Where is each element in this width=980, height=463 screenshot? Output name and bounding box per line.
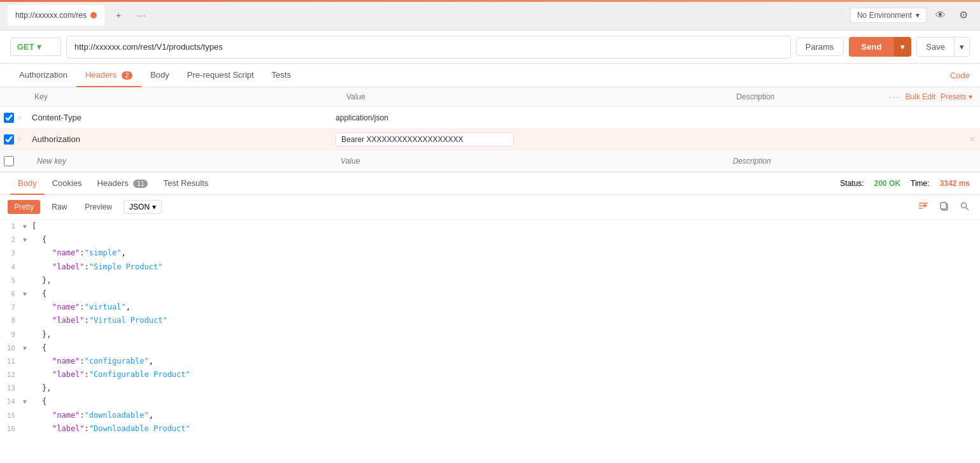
- row2-drag-handle: ≡: [18, 136, 25, 143]
- col-header-key: Key: [28, 87, 340, 106]
- env-selector-area: No Environment ▾ 👁 ⚙: [850, 6, 972, 24]
- row1-value: [329, 113, 721, 122]
- row2-checkbox[interactable]: [4, 134, 14, 145]
- header-new-row: [0, 150, 980, 172]
- headers-badge: 2: [122, 71, 133, 80]
- more-options-button[interactable]: ···: [889, 92, 900, 102]
- json-line-8: 8 "label": "Virtual Product": [0, 314, 980, 327]
- newrow-checkbox[interactable]: [4, 156, 14, 166]
- method-dropdown[interactable]: GET ▾: [10, 38, 61, 56]
- json-line-15: 15 "name": "downloadable",: [0, 409, 980, 422]
- tab-prerequest[interactable]: Pre-request Script: [178, 64, 263, 87]
- toggle-14[interactable]: ▼: [23, 397, 31, 407]
- json-line-7: 7 "name": "virtual",: [0, 301, 980, 314]
- new-key-input[interactable]: [32, 155, 323, 167]
- response-status-area: Status: 200 OK Time: 3342 ms: [840, 179, 970, 188]
- top-accent-bar: [0, 0, 980, 2]
- send-button[interactable]: Send: [849, 37, 895, 57]
- status-label: Status:: [840, 179, 863, 188]
- format-type-dropdown[interactable]: JSON ▾: [124, 200, 162, 214]
- copy-button[interactable]: [937, 200, 952, 215]
- time-label: Time:: [911, 179, 930, 188]
- row1-checkbox[interactable]: [4, 113, 14, 123]
- row1-check-cell: [0, 113, 18, 123]
- row2-value: [329, 132, 721, 146]
- tab-body[interactable]: Body: [141, 64, 178, 87]
- json-line-17: 17 },: [0, 436, 980, 436]
- json-line-12: 12 "label": "Configurable Product": [0, 368, 980, 381]
- header-row-authorization: ≡ Authorization ×: [0, 129, 980, 150]
- search-button[interactable]: [957, 200, 972, 215]
- json-line-10: 10 ▼ {: [0, 341, 980, 355]
- toggle-1[interactable]: ▼: [23, 222, 31, 232]
- format-type-label: JSON: [129, 203, 150, 211]
- json-line-1: 1 ▼ [: [0, 220, 980, 233]
- resp-tab-body[interactable]: Body: [10, 173, 45, 195]
- row1-drag-handle: ≡: [18, 114, 25, 121]
- header-row-content-type: ≡ Content-Type: [0, 107, 980, 129]
- fmt-tab-pretty[interactable]: Pretty: [8, 200, 40, 214]
- table-actions-area: ··· Bulk Edit Presets ▾: [889, 92, 977, 102]
- json-line-4: 4 "label": "Simple Product": [0, 260, 980, 274]
- browser-bar: http://xxxxxx.com/res + ··· No Environme…: [0, 0, 980, 31]
- more-tabs-button[interactable]: ···: [132, 6, 150, 24]
- new-value-input[interactable]: [336, 155, 715, 167]
- json-line-3: 3 "name": "simple",: [0, 246, 980, 260]
- new-desc-input[interactable]: [728, 155, 974, 167]
- svg-line-6: [966, 208, 969, 210]
- svg-point-5: [962, 203, 967, 208]
- eye-icon-button[interactable]: 👁: [932, 6, 949, 24]
- tab-tests[interactable]: Tests: [263, 64, 300, 87]
- json-line-5: 5 },: [0, 274, 980, 287]
- response-tabs-bar: Body Cookies Headers 11 Test Results Sta…: [0, 173, 980, 195]
- browser-tab[interactable]: http://xxxxxx.com/res: [8, 5, 104, 25]
- json-line-2: 2 ▼ {: [0, 233, 980, 246]
- status-value: 200 OK: [874, 179, 900, 188]
- save-button[interactable]: Save: [917, 38, 954, 56]
- add-tab-button[interactable]: +: [110, 6, 127, 24]
- toggle-10[interactable]: ▼: [23, 343, 31, 353]
- code-link[interactable]: Code: [950, 71, 970, 80]
- toggle-6[interactable]: ▼: [23, 289, 31, 299]
- svg-rect-4: [941, 203, 946, 209]
- fmt-tab-preview[interactable]: Preview: [78, 200, 118, 214]
- params-button[interactable]: Params: [796, 38, 844, 56]
- json-line-11: 11 "name": "configurable",: [0, 355, 980, 368]
- url-bar: GET ▾ Params Send ▾ Save ▾: [0, 31, 980, 64]
- save-dropdown-button[interactable]: ▾: [954, 38, 969, 56]
- gear-icon-button[interactable]: ⚙: [955, 6, 972, 24]
- row2-value-input[interactable]: [336, 132, 514, 146]
- time-value: 3342 ms: [940, 179, 970, 188]
- wrap-lines-button[interactable]: [915, 199, 932, 215]
- tab-authorization[interactable]: Authorization: [10, 64, 76, 87]
- table-header-row: Key Value Description ··· Bulk Edit Pres…: [0, 87, 980, 107]
- send-dropdown-button[interactable]: ▾: [894, 37, 911, 57]
- row1-value-input[interactable]: [336, 113, 715, 122]
- method-label: GET: [17, 42, 34, 52]
- url-input[interactable]: [66, 36, 791, 59]
- json-line-6: 6 ▼ {: [0, 287, 980, 301]
- tab-url-text: http://xxxxxx.com/res: [15, 11, 87, 20]
- environment-dropdown[interactable]: No Environment ▾: [850, 8, 927, 23]
- json-line-14: 14 ▼ {: [0, 395, 980, 408]
- tab-headers[interactable]: Headers 2: [76, 64, 141, 87]
- resp-tab-headers[interactable]: Headers 11: [90, 173, 156, 195]
- col-header-description: Description: [730, 87, 889, 106]
- bulk-edit-button[interactable]: Bulk Edit: [905, 92, 935, 101]
- toggle-2[interactable]: ▼: [23, 235, 31, 245]
- fmt-tab-raw[interactable]: Raw: [45, 200, 73, 214]
- row2-delete-button[interactable]: ×: [965, 134, 980, 145]
- presets-button[interactable]: Presets ▾: [941, 92, 972, 101]
- env-dropdown-label: No Environment: [857, 11, 912, 20]
- resp-tab-cookies[interactable]: Cookies: [45, 173, 90, 195]
- resp-tab-testresults[interactable]: Test Results: [155, 173, 216, 195]
- json-response-viewer: 1 ▼ [ 2 ▼ { 3 "name": "simple", 4 "label…: [0, 220, 980, 436]
- col-header-value: Value: [340, 87, 730, 106]
- newrow-desc-input-cell: [721, 155, 980, 167]
- json-line-16: 16 "label": "Downloadable Product": [0, 422, 980, 436]
- headers-container: Key Value Description ··· Bulk Edit Pres…: [0, 87, 980, 172]
- chevron-down-icon: ▾: [916, 11, 920, 20]
- presets-label: Presets: [941, 92, 967, 101]
- send-button-group: Send ▾: [849, 37, 912, 57]
- row1-key: Content-Type: [25, 113, 329, 122]
